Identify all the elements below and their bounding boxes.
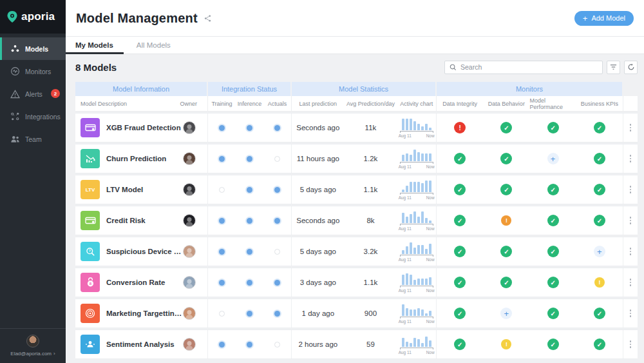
avg-prediction-value: 8k (345, 217, 397, 224)
status-ok-icon[interactable]: ✓ (454, 215, 466, 226)
activity-chart-bars (402, 272, 431, 285)
status-add-icon[interactable]: + (594, 246, 605, 257)
table-row[interactable]: Sentiment Analysis2 hours ago59Aug 11Now… (75, 329, 638, 359)
status-ok-icon[interactable]: ✓ (454, 184, 466, 195)
owner-avatar[interactable] (183, 121, 196, 134)
sidebar-user-area[interactable]: Elad@aporia.com › (0, 328, 66, 363)
model-statistics-cell: Seconds ago11kAug 11Now (292, 113, 437, 142)
status-ok-icon[interactable]: ✓ (454, 338, 466, 350)
status-ok-icon[interactable]: ✓ (594, 308, 605, 319)
inference-status-dot (247, 187, 252, 193)
model-name[interactable]: Conversion Rate (106, 279, 183, 286)
table-group-header: Model InformationIntegration StatusModel… (75, 82, 638, 96)
kebab-menu-icon[interactable] (630, 124, 632, 132)
model-name[interactable]: LTV Model (106, 186, 183, 193)
activity-chart-bars (402, 179, 431, 192)
sidebar-item-team[interactable]: Team (0, 128, 66, 150)
inference-status-dot (247, 280, 252, 286)
axis-end-label: Now (426, 226, 435, 231)
status-ok-icon[interactable]: ✓ (547, 277, 559, 288)
model-name[interactable]: Churn Prediction (106, 155, 183, 162)
status-ok-icon[interactable]: ✓ (454, 246, 466, 257)
kebab-menu-icon[interactable] (630, 248, 632, 255)
status-ok-icon[interactable]: ✓ (547, 215, 559, 226)
axis-end-label: Now (426, 257, 435, 262)
status-add-icon[interactable]: + (547, 153, 559, 164)
status-add-icon[interactable]: + (500, 308, 512, 319)
model-name[interactable]: Sentiment Analysis (106, 340, 183, 348)
tab-my-models[interactable]: My Models (66, 37, 125, 54)
sidebar-item-models[interactable]: Models (0, 37, 66, 60)
models-table: Model InformationIntegration StatusModel… (75, 82, 638, 359)
model-name[interactable]: Suspicious Device Detection (106, 248, 183, 255)
status-ok-icon[interactable]: ✓ (454, 308, 466, 319)
refresh-button[interactable] (624, 61, 638, 74)
status-ok-icon[interactable]: ✓ (594, 122, 605, 133)
status-ok-icon[interactable]: ✓ (547, 184, 559, 195)
logo-area[interactable]: aporia (0, 0, 66, 34)
user-email[interactable]: Elad@aporia.com › (10, 351, 55, 357)
kebab-menu-icon[interactable] (630, 279, 632, 286)
status-ok-icon[interactable]: ✓ (594, 184, 605, 195)
table-row[interactable]: Churn Prediction11 hours ago1.2kAug 11No… (75, 144, 638, 173)
search-input[interactable] (460, 63, 598, 71)
avg-prediction-value: 900 (345, 309, 397, 317)
status-ok-icon[interactable]: ✓ (594, 153, 605, 164)
table-row[interactable]: ?Suspicious Device Detection5 days ago3.… (75, 237, 638, 266)
status-ok-icon[interactable]: ✓ (547, 338, 559, 350)
model-name[interactable]: XGB Fraud Detection (106, 124, 183, 132)
owner-avatar[interactable] (183, 214, 196, 227)
kebab-menu-icon[interactable] (630, 217, 632, 224)
kebab-menu-icon[interactable] (630, 155, 632, 162)
avg-prediction-value: 11k (345, 124, 397, 132)
owner-avatar[interactable] (183, 152, 196, 165)
owner-avatar[interactable] (183, 245, 196, 258)
sidebar-item-integrations[interactable]: Integrations (0, 105, 66, 128)
kebab-menu-icon[interactable] (630, 309, 632, 317)
status-ok-icon[interactable]: ✓ (500, 153, 512, 164)
status-warning-icon[interactable]: ! (594, 277, 605, 288)
table-row[interactable]: 8Conversion Rate3 days ago1.1kAug 11Now✓… (75, 268, 638, 297)
owner-avatar[interactable] (183, 307, 196, 320)
share-icon[interactable] (204, 15, 211, 22)
table-row[interactable]: Marketing Targetting Model...1 day ago90… (75, 299, 638, 328)
status-ok-icon[interactable]: ✓ (594, 215, 605, 226)
table-row[interactable]: LTVLTV Model5 days ago1.1kAug 11Now✓✓✓✓ (75, 175, 638, 204)
activity-chart: Aug 11Now (399, 272, 435, 293)
model-name[interactable]: Marketing Targetting Model... (106, 309, 183, 317)
owner-avatar[interactable] (183, 338, 196, 351)
status-ok-icon[interactable]: ✓ (547, 122, 559, 133)
col-activity-chart: Activity chart (397, 101, 436, 107)
status-ok-icon[interactable]: ✓ (500, 184, 512, 195)
status-warning-icon[interactable]: ! (501, 339, 511, 349)
sidebar-item-alerts[interactable]: Alerts2 (0, 83, 66, 105)
status-ok-icon[interactable]: ✓ (500, 277, 512, 288)
tab-all-models[interactable]: All Models (125, 37, 182, 54)
model-info-cell: Marketing Targetting Model... (75, 299, 208, 328)
last-prediction-value: 5 days ago (292, 248, 345, 255)
status-error-icon[interactable]: ! (454, 122, 466, 133)
table-row[interactable]: XGB Fraud DetectionSeconds ago11kAug 11N… (75, 113, 638, 142)
owner-avatar[interactable] (183, 183, 196, 196)
sidebar-item-monitors[interactable]: Monitors (0, 60, 66, 83)
model-info-cell: Churn Prediction (75, 144, 208, 173)
table-row[interactable]: Credit RiskSeconds ago8kAug 11Now✓!✓✓ (75, 206, 638, 235)
actuals-status-dot (274, 342, 280, 348)
status-ok-icon[interactable]: ✓ (454, 153, 466, 164)
status-ok-icon[interactable]: ✓ (500, 246, 512, 257)
plus-icon: + (583, 14, 588, 23)
search-box[interactable] (444, 61, 603, 74)
filter-button[interactable] (607, 61, 620, 74)
model-name[interactable]: Credit Risk (106, 217, 183, 224)
owner-avatar[interactable] (183, 276, 196, 289)
status-ok-icon[interactable]: ✓ (454, 277, 466, 288)
kebab-menu-icon[interactable] (630, 340, 632, 348)
status-warning-icon[interactable]: ! (501, 215, 511, 226)
status-ok-icon[interactable]: ✓ (500, 122, 512, 133)
status-ok-icon[interactable]: ✓ (547, 308, 559, 319)
table-column-header: Model DescriptionOwnerTrainingInferenceA… (75, 96, 638, 112)
status-ok-icon[interactable]: ✓ (594, 338, 605, 350)
status-ok-icon[interactable]: ✓ (547, 246, 559, 257)
kebab-menu-icon[interactable] (630, 186, 632, 193)
add-model-button[interactable]: + Add Model (574, 11, 634, 26)
